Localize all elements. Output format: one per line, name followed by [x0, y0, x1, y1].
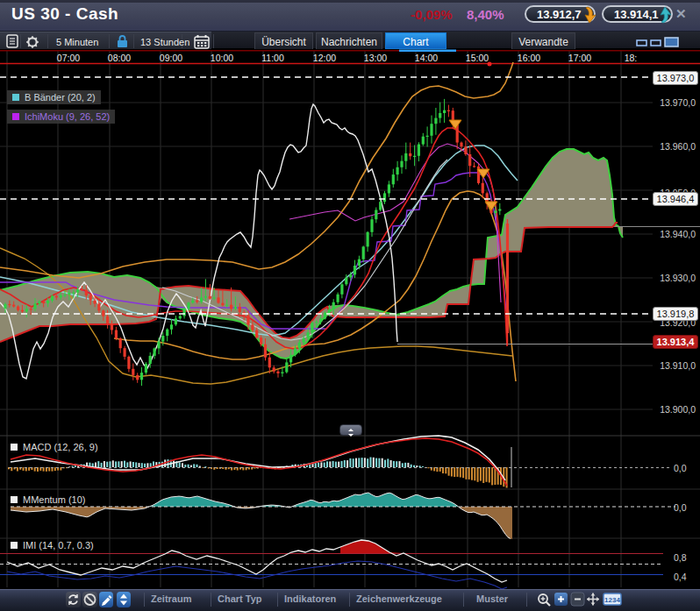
svg-text:07:00: 07:00 — [57, 53, 80, 63]
svg-text:1234: 1234 — [604, 596, 620, 604]
svg-text:15:00: 15:00 — [466, 53, 489, 63]
svg-text:18:: 18: — [625, 53, 638, 63]
svg-text:13.910,0: 13.910,0 — [660, 360, 696, 371]
svg-text:12:00: 12:00 — [313, 53, 336, 63]
svg-text:13.940,0: 13.940,0 — [660, 229, 696, 239]
svg-text:13.930,0: 13.930,0 — [660, 273, 696, 283]
svg-text:09:00: 09:00 — [160, 53, 182, 63]
svg-text:14:00: 14:00 — [415, 53, 438, 63]
svg-text:17:00: 17:00 — [568, 53, 591, 63]
svg-text:13.900,0: 13.900,0 — [660, 404, 696, 415]
svg-text:13.960,0: 13.960,0 — [660, 141, 696, 152]
svg-text:16:00: 16:00 — [518, 53, 540, 63]
svg-text:11:00: 11:00 — [261, 53, 284, 63]
svg-text:10:00: 10:00 — [211, 53, 233, 63]
svg-text:08:00: 08:00 — [108, 53, 131, 63]
svg-text:13:00: 13:00 — [364, 53, 387, 63]
svg-text:13.970,0: 13.970,0 — [660, 97, 696, 108]
